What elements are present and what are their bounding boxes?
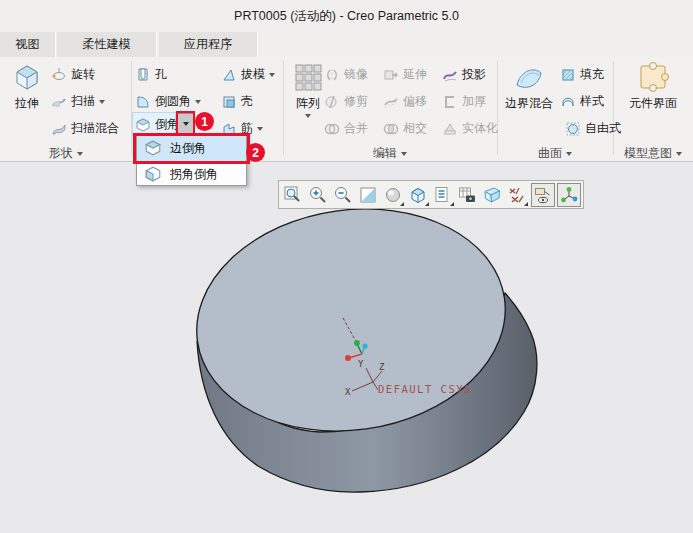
ribbon-button-draft[interactable]: 拔模 [221,64,275,85]
section-label-model-intent[interactable]: 模型意图 [613,146,693,161]
zoom-in-button[interactable] [306,182,331,207]
extend-icon [383,67,399,83]
ribbon-separator [131,61,132,155]
axis-label-x: X [345,387,351,397]
corner-chamfer-icon [144,165,162,183]
ribbon-button-thicken: 加厚 [442,91,486,112]
ribbon-button-project[interactable]: 投影 [442,64,486,85]
datum-display-icon [507,185,527,205]
menu-item-corner-chamfer[interactable]: 拐角倒角 [137,161,246,187]
chevron-down-icon [401,152,407,156]
view-manager-icon [457,185,477,205]
ribbon-button-boundary-blend[interactable]: 边界混合 [501,61,557,112]
chevron-down-icon [566,152,572,156]
graphics-toolbar [278,180,584,209]
zoom-in-icon [308,185,328,205]
boundary-blend-icon [513,61,545,93]
csys-label: DEFAULT CSYS [378,383,472,395]
spin-center-icon [559,185,579,205]
thicken-icon [442,94,458,110]
ribbon-button-extend: 延伸 [383,64,427,85]
callout-box-1 [176,111,195,135]
graphics-area[interactable]: X Y Z DEFAULT CSYS [0,162,693,533]
spin-center-button[interactable] [557,183,581,207]
shading-style-button[interactable] [380,182,405,207]
ribbon-button-component-interface[interactable]: 元件界面 [617,61,689,112]
ribbon-button-offset: 偏移 [383,91,427,112]
ribbon-button-hole[interactable]: 孔 [135,64,167,85]
mirror-icon [324,67,340,83]
zoom-out-button[interactable] [331,182,356,207]
tab-view-label: 视图 [16,36,40,53]
ribbon-button-freestyle[interactable]: 自由式 [565,118,621,139]
model-canvas: X Y Z DEFAULT CSYS [0,162,693,533]
saved-orientations-button[interactable] [430,182,455,207]
ribbon-button-trim: 修剪 [324,91,368,112]
tab-strip: 视图 柔性建模 应用程序 [0,32,693,57]
tab-applications[interactable]: 应用程序 [159,32,258,57]
chevron-down-icon [269,73,275,77]
ribbon-button-sweep[interactable]: 扫描 [51,91,105,112]
section-label-edit[interactable]: 编辑 [283,146,497,161]
chevron-down-icon [77,152,83,156]
axis-label-y: Y [358,359,364,369]
chevron-down-icon [676,152,682,156]
window-title: PRT0005 (活动的) - Creo Parametric 5.0 [234,8,459,25]
annotation-display-icon [533,185,553,205]
pattern-icon [292,61,324,93]
chevron-down-icon [305,114,311,118]
view-manager-button[interactable] [455,182,480,207]
round-icon [135,94,151,110]
ribbon-button-solidify: 实体化 [442,118,498,139]
display-style-button[interactable] [405,182,430,207]
perspective-button[interactable] [480,182,505,207]
ribbon-button-revolve[interactable]: 旋转 [51,64,95,85]
perspective-icon [482,185,502,205]
zoom-region-button[interactable] [281,182,306,207]
creo-window: PRT0005 (活动的) - Creo Parametric 5.0 视图 柔… [0,0,693,533]
datum-display-button[interactable] [504,182,529,207]
merge-icon [324,121,340,137]
display-style-icon [408,185,428,205]
extrude-icon [11,61,43,93]
tab-flexible-modeling[interactable]: 柔性建模 [57,32,157,57]
chamfer-icon [135,117,151,133]
section-label-shapes[interactable]: 形状 [0,146,131,161]
offset-icon [383,94,399,110]
refit-icon [358,185,378,205]
annotation-display-button[interactable] [531,183,555,207]
sweep-icon [51,94,67,110]
ribbon-button-shell[interactable]: 壳 [221,91,253,112]
ribbon-button-pattern[interactable]: 阵列 [288,61,328,118]
draft-icon [221,67,237,83]
zoom-out-icon [333,185,353,205]
trim-icon [324,94,340,110]
component-interface-icon [637,61,669,93]
ribbon-button-fill[interactable]: 填充 [560,64,604,85]
section-label-surface[interactable]: 曲面 [497,146,613,161]
ribbon-button-chamfer[interactable]: 倒角 [135,114,179,135]
ribbon-button-mirror: 镜像 [324,64,368,85]
tab-view[interactable]: 视图 [0,32,56,57]
ribbon-button-round[interactable]: 倒圆角 [135,91,201,112]
freestyle-icon [565,121,581,137]
ribbon-button-intersect: 相交 [383,118,427,139]
ribbon-button-style[interactable]: 样式 [560,91,604,112]
revolve-icon [51,67,67,83]
shading-style-icon [383,185,403,205]
ribbon-separator [283,61,284,155]
ribbon-button-extrude[interactable]: 拉伸 [5,61,49,112]
solidify-icon [442,121,458,137]
swept-blend-icon [51,121,67,137]
chevron-down-icon [257,127,263,131]
refit-button[interactable] [355,182,380,207]
callout-badge-1: 1 [195,112,214,131]
ribbon-button-swept-blend[interactable]: 扫描混合 [51,118,119,139]
title-bar: PRT0005 (活动的) - Creo Parametric 5.0 [0,0,693,32]
shell-icon [221,94,237,110]
ribbon-separator [613,61,614,155]
zoom-region-icon [283,185,303,205]
extrude-label: 拉伸 [15,95,39,112]
callout-box-2 [133,133,250,164]
intersect-icon [383,121,399,137]
